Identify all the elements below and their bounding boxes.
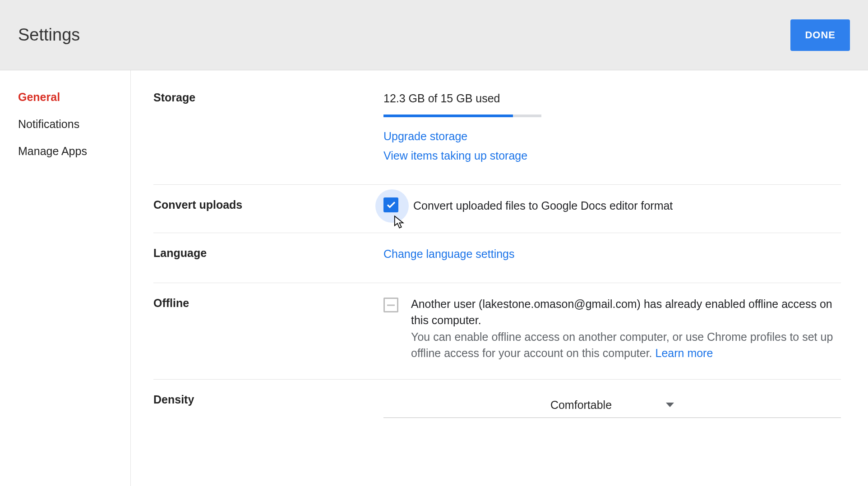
convert-uploads-checkbox[interactable]: [383, 197, 401, 215]
offline-primary-text: Another user (lakestone.omason@gmail.com…: [411, 296, 841, 329]
section-density: Density Comfortable: [153, 380, 841, 436]
section-language: Language Change language settings: [153, 233, 841, 283]
caret-down-icon: [666, 403, 674, 407]
section-label-language: Language: [153, 246, 383, 265]
storage-progress-bar: [383, 115, 541, 117]
header: Settings DONE: [0, 0, 868, 70]
section-convert-uploads: Convert uploads Convert uploaded files t…: [153, 185, 841, 233]
section-label-density: Density: [153, 392, 383, 418]
storage-progress-fill: [383, 115, 513, 117]
section-offline: Offline Another user (lakestone.omason@g…: [153, 283, 841, 380]
convert-uploads-description: Convert uploaded files to Google Docs ed…: [413, 197, 673, 214]
density-value: Comfortable: [550, 397, 612, 413]
page-title: Settings: [18, 25, 80, 45]
sidebar-item-notifications[interactable]: Notifications: [18, 117, 130, 131]
sidebar-item-general[interactable]: General: [18, 90, 130, 104]
density-select[interactable]: Comfortable: [383, 392, 841, 418]
storage-usage-text: 12.3 GB of 15 GB used: [383, 90, 841, 106]
main-content: Storage 12.3 GB of 15 GB used Upgrade st…: [131, 70, 868, 486]
sidebar: General Notifications Manage Apps: [0, 70, 131, 486]
section-storage: Storage 12.3 GB of 15 GB used Upgrade st…: [153, 90, 841, 185]
view-items-storage-link[interactable]: View items taking up storage: [383, 147, 841, 164]
check-icon: [386, 199, 397, 210]
sidebar-item-manage-apps[interactable]: Manage Apps: [18, 144, 130, 158]
offline-learn-more-link[interactable]: Learn more: [656, 347, 713, 359]
section-label-storage: Storage: [153, 90, 383, 166]
section-label-convert: Convert uploads: [153, 197, 383, 215]
change-language-link[interactable]: Change language settings: [383, 246, 841, 262]
offline-secondary-text: You can enable offline access on another…: [411, 330, 833, 359]
upgrade-storage-link[interactable]: Upgrade storage: [383, 128, 841, 144]
done-button[interactable]: DONE: [790, 19, 850, 51]
offline-checkbox-disabled: [383, 298, 398, 312]
section-label-offline: Offline: [153, 296, 383, 361]
